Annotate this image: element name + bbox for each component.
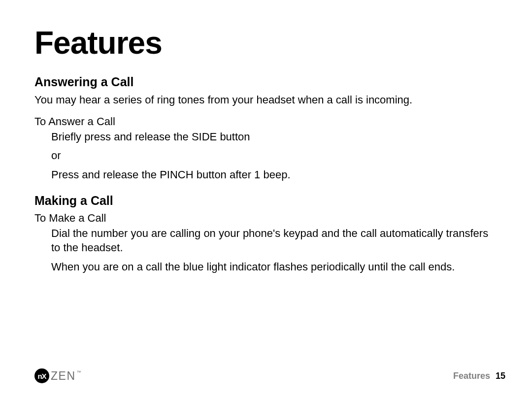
intro-answering: You may hear a series of ring tones from… <box>34 93 498 107</box>
steps-make: Dial the number you are calling on your … <box>51 227 498 274</box>
section-answering: Answering a Call You may hear a series o… <box>34 75 498 182</box>
logo-inner-text: nX <box>37 372 46 380</box>
logo-circle-icon: nX <box>34 368 49 383</box>
page-title: Features <box>34 25 498 61</box>
section-making: Making a Call To Make a Call Dial the nu… <box>34 194 498 274</box>
page-number-label: Features <box>453 371 490 381</box>
brand-logo: nX ZEN ™ <box>34 368 81 383</box>
subtitle-answer: To Answer a Call <box>34 115 498 128</box>
page-number: Features 15 <box>453 371 505 381</box>
step-text: When you are on a call the blue light in… <box>51 260 498 274</box>
step-text: Press and release the PINCH button after… <box>51 168 498 182</box>
step-text: or <box>51 149 498 163</box>
page-number-value: 15 <box>496 371 505 381</box>
subtitle-make: To Make a Call <box>34 212 498 225</box>
heading-answering: Answering a Call <box>34 75 498 89</box>
step-text: Dial the number you are calling on your … <box>51 227 498 255</box>
steps-answer: Briefly press and release the SIDE butto… <box>51 130 498 182</box>
logo-text: ZEN <box>51 369 76 383</box>
step-text: Briefly press and release the SIDE butto… <box>51 130 498 144</box>
footer: nX ZEN ™ Features 15 <box>34 368 505 383</box>
trademark-icon: ™ <box>77 370 81 375</box>
heading-making: Making a Call <box>34 194 498 208</box>
